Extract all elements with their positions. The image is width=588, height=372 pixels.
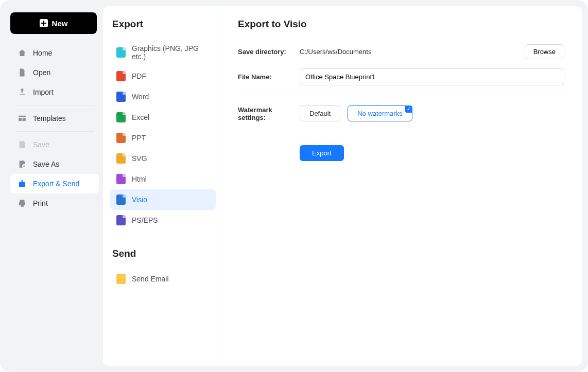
filename-row: File Name:	[238, 68, 564, 85]
send-heading: Send	[112, 248, 216, 259]
app-window: New Home Open Import Templates	[0, 0, 588, 372]
filename-input[interactable]	[300, 68, 564, 85]
html-icon	[116, 174, 126, 184]
nav-separator	[15, 131, 94, 132]
browse-button[interactable]: Browse	[525, 44, 564, 59]
nav-separator	[15, 105, 94, 105]
ppt-icon	[116, 133, 126, 143]
save-dir-label: Save directory:	[238, 48, 300, 56]
file-icon	[18, 68, 27, 77]
svg-icon	[116, 153, 126, 164]
email-icon	[116, 274, 126, 284]
export-label: SVG	[132, 154, 147, 163]
main-panel: Export Graphics (PNG, JPG etc.) PDF Word…	[103, 6, 582, 366]
watermark-label: Watermark settings:	[238, 106, 300, 121]
nav-label: Save As	[33, 160, 59, 168]
nav-item-save: Save	[10, 135, 99, 154]
export-item-word[interactable]: Word	[110, 86, 216, 107]
export-format-column: Export Graphics (PNG, JPG etc.) PDF Word…	[103, 6, 220, 366]
save-dir-value: C:/Users/ws/Documents	[300, 48, 525, 56]
export-item-pdf[interactable]: PDF	[110, 66, 216, 86]
export-item-visio[interactable]: Visio	[110, 189, 216, 210]
export-item-ppt[interactable]: PPT	[110, 128, 216, 148]
watermark-none-button[interactable]: No watermarks	[348, 105, 412, 121]
graphics-icon	[116, 47, 126, 58]
pseps-icon	[116, 215, 126, 225]
watermark-row: Watermark settings: Default No watermark…	[238, 105, 564, 121]
left-sidebar: New Home Open Import Templates	[6, 6, 103, 366]
plus-icon	[40, 19, 48, 27]
nav-label: Open	[33, 68, 50, 77]
save-directory-row: Save directory: C:/Users/ws/Documents Br…	[238, 44, 564, 59]
export-heading: Export	[112, 19, 216, 30]
word-icon	[116, 92, 126, 102]
export-button[interactable]: Export	[300, 145, 344, 161]
send-label: Send Email	[132, 275, 169, 283]
export-label: PS/EPS	[132, 216, 158, 224]
nav-item-home[interactable]: Home	[10, 43, 99, 63]
export-detail-column: Export to Visio Save directory: C:/Users…	[220, 6, 582, 366]
print-icon	[18, 199, 27, 208]
visio-icon	[116, 194, 126, 205]
export-item-svg[interactable]: SVG	[110, 148, 216, 169]
nav-item-templates[interactable]: Templates	[10, 109, 99, 128]
templates-icon	[18, 114, 27, 123]
filename-label: File Name:	[238, 73, 300, 81]
send-item-email[interactable]: Send Email	[110, 269, 216, 289]
nav-item-print[interactable]: Print	[10, 193, 99, 213]
svg-rect-2	[41, 23, 46, 24]
nav-item-import[interactable]: Import	[10, 82, 99, 102]
save-icon	[18, 140, 27, 149]
export-item-html[interactable]: Html	[110, 169, 216, 189]
detail-title: Export to Visio	[238, 19, 564, 30]
export-label: PDF	[132, 72, 146, 80]
export-label: Graphics (PNG, JPG etc.)	[132, 44, 210, 61]
nav-item-save-as[interactable]: Save As	[10, 154, 99, 174]
nav-label: Templates	[33, 114, 66, 122]
export-icon	[18, 179, 27, 188]
export-label: Word	[132, 93, 149, 101]
nav-label: Export & Send	[33, 180, 79, 188]
nav-label: Home	[33, 49, 52, 57]
save-as-icon	[18, 160, 27, 169]
form-separator	[238, 95, 564, 95]
watermark-default-button[interactable]: Default	[300, 105, 340, 121]
home-icon	[18, 48, 27, 58]
nav-label: Save	[33, 140, 49, 149]
export-label: Html	[132, 175, 147, 183]
new-button-label: New	[52, 19, 68, 28]
new-button[interactable]: New	[10, 12, 97, 34]
export-item-graphics[interactable]: Graphics (PNG, JPG etc.)	[110, 39, 216, 66]
nav-item-open[interactable]: Open	[10, 63, 99, 82]
export-item-pseps[interactable]: PS/EPS	[110, 210, 216, 231]
export-label: Excel	[132, 113, 149, 121]
nav-label: Import	[33, 88, 54, 96]
pdf-icon	[116, 71, 126, 81]
export-label: Visio	[132, 196, 147, 204]
import-icon	[18, 87, 27, 97]
export-item-excel[interactable]: Excel	[110, 107, 216, 128]
nav-item-export-send[interactable]: Export & Send	[10, 174, 99, 193]
excel-icon	[116, 112, 126, 122]
export-label: PPT	[132, 134, 146, 142]
nav-label: Print	[33, 199, 48, 207]
